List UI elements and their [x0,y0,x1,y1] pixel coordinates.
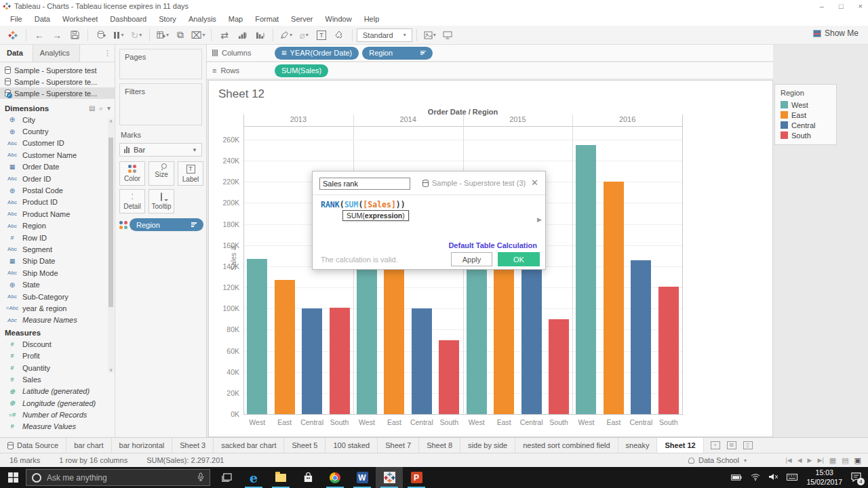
sort-descending-icon[interactable] [252,28,267,43]
mark-button-color[interactable]: Color [119,161,145,186]
show-tabs-icon[interactable]: ▦ [829,456,836,465]
file-explorer-taskbar-icon[interactable] [267,467,294,488]
redo-icon[interactable]: → [50,28,64,43]
volume-muted-icon[interactable] [769,473,778,482]
bar-2013-east[interactable] [275,280,295,414]
dimension-item[interactable]: AbcMeasure Names [0,314,115,326]
rows-shelf[interactable]: ≡ Rows SUM(Sales) [207,62,773,79]
start-button[interactable] [0,467,26,488]
save-icon[interactable] [67,28,82,43]
word-taskbar-icon[interactable]: W [349,467,376,488]
edge-taskbar-icon[interactable]: e [240,467,267,488]
wifi-icon[interactable] [751,473,760,482]
bar-2016-west[interactable] [576,145,596,414]
group-members-icon[interactable]: ⌀▾ [296,28,311,43]
sheet-tab[interactable]: bar chart [66,438,111,453]
sheet-tab[interactable]: 100 staked [326,438,378,453]
fit-mode-select[interactable]: Standard ▾ [357,28,412,42]
sheet-tab[interactable]: sneaky [618,438,658,453]
dimension-item[interactable]: AbcProduct ID [0,197,115,208]
legend-item[interactable]: South [775,130,836,140]
mark-button-label[interactable]: TLabel [178,161,203,186]
data-source-item[interactable]: Sample - Superstore test [0,64,115,76]
measure-item[interactable]: #Profit [0,350,115,361]
dimension-item[interactable]: #Row ID [0,232,115,243]
dimensions-options-icon[interactable]: ▾ [107,104,111,113]
measure-item[interactable]: #Discount [0,338,115,350]
find-field-icon[interactable]: ⌕ [99,104,103,113]
menu-server[interactable]: Server [285,15,319,23]
bar-2015-south[interactable] [549,319,569,414]
bar-2014-central[interactable] [412,308,432,414]
first-sheet-icon[interactable]: |◀ [785,457,791,464]
show-mark-labels-icon[interactable]: T [314,28,329,43]
measure-item[interactable]: =#Number of Records [0,409,115,420]
chrome-taskbar-icon[interactable] [321,467,349,488]
mark-button-size[interactable]: Size [149,161,174,186]
dimension-item[interactable]: ⊕Postal Code [0,184,115,196]
tableau-home-icon[interactable] [5,28,20,43]
menu-map[interactable]: Map [222,15,249,23]
dimension-item[interactable]: =Abcyear & region [0,302,115,314]
action-center-icon[interactable]: 4 [851,472,861,483]
ok-button[interactable]: OK [498,252,540,266]
dimension-item[interactable]: AbcCustomer Name [0,149,115,161]
bar-2016-east[interactable] [604,182,624,414]
menu-format[interactable]: Format [249,15,285,23]
sheet-tab[interactable]: Sheet 7 [378,438,419,453]
view-data-icon[interactable]: ▤ [89,104,95,113]
marks-region-pill[interactable]: Region [130,218,203,231]
maximize-button[interactable]: □ [839,2,844,10]
run-update-icon[interactable]: ↻▾ [129,28,144,43]
presentation-mode-icon[interactable] [440,28,455,43]
swap-axes-icon[interactable]: ⇄ [217,28,232,43]
measure-item[interactable]: #Measure Values [0,421,115,432]
bar-2013-west[interactable] [247,259,267,414]
measure-item[interactable]: #Sales [0,373,115,385]
sort-ascending-icon[interactable] [235,28,250,43]
sheet-tab[interactable]: sacked bar chart [214,438,284,453]
measure-item[interactable]: ⊕Longitude (generated) [0,397,115,409]
sheet-tab[interactable]: bar horizontal [112,438,173,453]
pause-auto-updates-icon[interactable]: ▾ [111,28,126,43]
show-filmstrip-icon[interactable]: ▤ [842,456,848,465]
close-button[interactable]: × [859,2,863,10]
task-view-button[interactable] [213,467,240,488]
filters-shelf[interactable]: Filters [119,83,202,125]
dimension-item[interactable]: ⊕State [0,279,115,290]
new-data-source-icon[interactable] [94,28,108,43]
dimension-item[interactable]: AbcSegment [0,243,115,255]
duplicate-sheet-icon[interactable]: ⧉ [173,28,188,43]
dialog-close-icon[interactable]: ✕ [531,178,538,188]
powerpoint-taskbar-icon[interactable]: P [403,467,430,488]
dimension-item[interactable]: AbcShip Mode [0,267,115,279]
keyboard-icon[interactable] [787,474,797,482]
menu-data[interactable]: Data [28,15,56,23]
legend-item[interactable]: East [775,110,836,120]
bar-2014-south[interactable] [439,340,459,414]
dimension-item[interactable]: AbcRegion [0,220,115,232]
tab-data[interactable]: Data [0,45,33,62]
field-pill[interactable]: SUM(Sales) [275,64,328,77]
sheet-tab[interactable]: nested sort combined field [515,438,618,453]
sheet-tab[interactable]: Sheet 12 [657,438,703,453]
dimensions-scrollbar[interactable]: ∧∨ [108,119,114,373]
microphone-icon[interactable] [197,472,204,483]
menu-dashboard[interactable]: Dashboard [104,15,153,23]
dimension-item[interactable]: AbcCustomer ID [0,138,115,149]
legend-item[interactable]: West [775,100,836,110]
menu-file[interactable]: File [4,15,28,23]
dimension-item[interactable]: AbcSub-Category [0,291,115,302]
undo-icon[interactable]: ← [32,28,47,43]
sheet-tab[interactable]: Sheet 3 [172,438,214,453]
fit-image-icon[interactable]: ▾ [422,28,437,43]
battery-icon[interactable] [731,474,742,482]
taskbar-clock[interactable]: 15:03 15/02/2017 [806,468,842,487]
dimension-item[interactable]: ▦Order Date [0,161,115,173]
pane-options-icon[interactable]: ⋮ [104,49,111,58]
menu-story[interactable]: Story [153,15,182,23]
menu-help[interactable]: Help [358,15,386,23]
measure-item[interactable]: #Quantity [0,362,115,373]
prev-sheet-icon[interactable]: ◀ [797,457,802,464]
show-me-button[interactable]: Show Me [813,28,859,38]
